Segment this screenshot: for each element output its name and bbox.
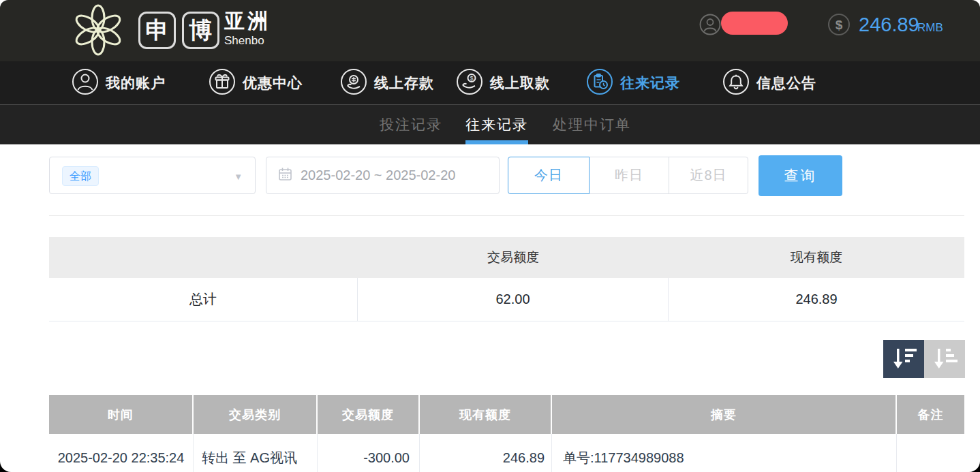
sort-ascending-button[interactable]	[924, 340, 965, 378]
deposit-icon	[340, 68, 367, 98]
main-nav: 我的账户 优惠中心	[0, 61, 980, 104]
user-avatar-icon[interactable]	[699, 14, 721, 38]
chevron-down-icon: ▼	[234, 172, 243, 182]
svg-text:$: $	[470, 75, 473, 82]
today-button[interactable]: 今日	[508, 157, 589, 194]
record-balance: 246.89	[420, 434, 552, 472]
records-icon	[586, 68, 613, 98]
logo-char-box-bo: 博	[182, 12, 219, 49]
records-header-note: 备注	[897, 395, 964, 434]
record-summary: 单号:117734989088	[552, 434, 897, 472]
sort-buttons	[883, 340, 965, 378]
dollar-coin-icon: $	[827, 13, 851, 39]
nav-label: 线上取款	[490, 74, 550, 93]
summary-header-current-balance: 现有额度	[669, 237, 964, 278]
records-header-time: 时间	[49, 395, 194, 434]
nav-item-promotions[interactable]: 优惠中心	[209, 61, 303, 104]
user-icon	[72, 68, 99, 98]
date-range-value: 2025-02-20 ~ 2025-02-20	[301, 168, 455, 183]
nav-item-withdraw[interactable]: $ 线上取款	[456, 61, 550, 104]
records-header-row: 时间 交易类别 交易额度 现有额度 摘要 备注	[49, 395, 964, 434]
sub-tab-bar: 投注记录 往来记录 处理中订单	[0, 104, 980, 144]
summary-header-transaction-amount: 交易额度	[358, 237, 669, 278]
nav-item-announcements[interactable]: 信息公告	[722, 61, 816, 104]
records-table: 时间 交易类别 交易额度 现有额度 摘要 备注 2025-02-20 22:35…	[49, 395, 964, 472]
calendar-icon	[278, 167, 292, 184]
last-8-days-button[interactable]: 近8日	[669, 157, 748, 194]
summary-header-empty	[49, 237, 358, 278]
nav-item-deposit[interactable]: 线上存款	[340, 61, 434, 104]
quick-range-group: 今日 昨日 近8日	[508, 157, 748, 194]
record-amount: -300.00	[318, 434, 420, 472]
yesterday-button[interactable]: 昨日	[589, 157, 669, 194]
summary-table: 交易额度 现有额度 总计 62.00 246.89	[49, 237, 964, 321]
section-divider	[49, 215, 964, 216]
record-type: 转出 至 AG视讯	[194, 434, 318, 472]
logo-text: 亚洲 Shenbo	[224, 10, 271, 48]
selected-type-tag: 全部	[62, 166, 99, 186]
nav-label: 线上存款	[374, 74, 434, 93]
sort-descending-button[interactable]	[883, 340, 924, 378]
records-header-type: 交易类别	[194, 395, 318, 434]
records-header-balance: 现有额度	[420, 395, 552, 434]
summary-header-row: 交易额度 现有额度	[49, 237, 964, 278]
withdraw-icon: $	[456, 68, 483, 98]
nav-label: 我的账户	[106, 74, 166, 93]
nav-item-transaction-records[interactable]: 往来记录	[586, 61, 680, 104]
top-header: 申 博 亚洲 Shenbo $ 246.89 RMB	[0, 0, 980, 61]
summary-current-balance: 246.89	[669, 278, 964, 321]
logo-char-box-shen: 申	[138, 12, 176, 49]
date-range-input[interactable]: 2025-02-20 ~ 2025-02-20	[266, 157, 500, 194]
summary-total-row: 总计 62.00 246.89	[49, 278, 964, 321]
records-header-amount: 交易额度	[318, 395, 420, 434]
tab-transaction-records[interactable]: 往来记录	[465, 105, 528, 144]
transaction-type-select[interactable]: 全部 ▼	[49, 157, 256, 194]
nav-item-my-account[interactable]: 我的账户	[72, 61, 166, 104]
record-time: 2025-02-20 22:35:24	[49, 434, 194, 472]
tab-betting-records[interactable]: 投注记录	[380, 105, 442, 144]
logo-subtitle-text: Shenbo	[224, 34, 271, 48]
logo-char: 博	[189, 15, 213, 46]
masked-username[interactable]	[721, 12, 788, 35]
tab-pending-orders[interactable]: 处理中订单	[553, 105, 631, 144]
bell-icon	[722, 68, 750, 98]
summary-total-label: 总计	[49, 278, 358, 321]
flower-logo-icon	[68, 1, 128, 61]
nav-label: 往来记录	[620, 74, 680, 93]
svg-text:$: $	[836, 18, 843, 32]
logo-region-text: 亚洲	[224, 10, 271, 32]
nav-label: 优惠中心	[243, 74, 303, 93]
records-header-summary: 摘要	[552, 395, 897, 434]
transaction-records-page: 申 博 亚洲 Shenbo $ 246.89 RMB	[0, 0, 980, 472]
rounded-corner-bottom-left	[0, 461, 11, 472]
balance-amount: 246.89	[859, 14, 919, 36]
summary-transaction-amount: 62.00	[358, 278, 669, 321]
rounded-corner-bottom-right	[969, 461, 980, 472]
table-row: 2025-02-20 22:35:24 转出 至 AG视讯 -300.00 24…	[49, 434, 964, 472]
gift-icon	[209, 68, 236, 98]
search-button[interactable]: 查询	[759, 155, 842, 196]
nav-label: 信息公告	[756, 74, 816, 93]
logo-char: 申	[146, 15, 169, 46]
record-note	[897, 434, 964, 472]
balance-currency: RMB	[917, 21, 943, 35]
